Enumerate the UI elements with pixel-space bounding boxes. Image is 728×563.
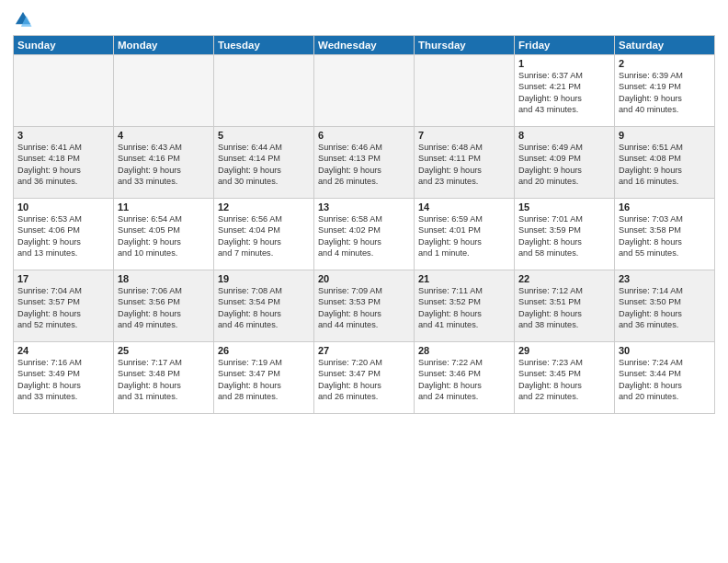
day-cell: [314, 55, 415, 127]
day-number: 15: [518, 201, 610, 213]
day-number: 29: [518, 345, 610, 356]
day-number: 28: [418, 345, 510, 356]
day-number: 17: [17, 273, 109, 284]
day-cell: 19Sunrise: 7:08 AMSunset: 3:54 PMDayligh…: [214, 270, 314, 342]
day-info: Sunrise: 7:16 AMSunset: 3:49 PMDaylight:…: [17, 357, 109, 403]
day-cell: 16Sunrise: 7:03 AMSunset: 3:58 PMDayligh…: [615, 199, 715, 270]
day-number: 16: [619, 201, 711, 213]
day-cell: 27Sunrise: 7:20 AMSunset: 3:47 PMDayligh…: [314, 342, 415, 414]
day-info: Sunrise: 7:20 AMSunset: 3:47 PMDaylight:…: [318, 357, 410, 403]
day-number: 23: [619, 273, 711, 284]
week-row-2: 3Sunrise: 6:41 AMSunset: 4:18 PMDaylight…: [14, 127, 715, 199]
day-info: Sunrise: 6:49 AMSunset: 4:09 PMDaylight:…: [518, 142, 610, 188]
day-info: Sunrise: 7:12 AMSunset: 3:51 PMDaylight:…: [518, 285, 610, 331]
day-cell: 10Sunrise: 6:53 AMSunset: 4:06 PMDayligh…: [14, 199, 114, 270]
day-cell: 15Sunrise: 7:01 AMSunset: 3:59 PMDayligh…: [515, 199, 615, 270]
day-cell: 23Sunrise: 7:14 AMSunset: 3:50 PMDayligh…: [615, 270, 715, 342]
day-number: 12: [218, 201, 310, 213]
day-info: Sunrise: 6:51 AMSunset: 4:08 PMDaylight:…: [619, 142, 711, 188]
day-number: 25: [118, 345, 210, 356]
header-row: SundayMondayTuesdayWednesdayThursdayFrid…: [14, 36, 715, 55]
day-cell: 1Sunrise: 6:37 AMSunset: 4:21 PMDaylight…: [515, 55, 615, 127]
day-number: 10: [17, 201, 109, 213]
day-number: 8: [518, 130, 610, 141]
day-info: Sunrise: 6:58 AMSunset: 4:02 PMDaylight:…: [318, 213, 410, 259]
day-number: 7: [418, 130, 510, 141]
day-info: Sunrise: 7:14 AMSunset: 3:50 PMDaylight:…: [619, 285, 711, 331]
day-number: 2: [619, 58, 711, 69]
column-header-saturday: Saturday: [615, 36, 715, 55]
day-info: Sunrise: 7:06 AMSunset: 3:56 PMDaylight:…: [118, 285, 210, 331]
day-info: Sunrise: 6:59 AMSunset: 4:01 PMDaylight:…: [418, 213, 510, 259]
calendar-table: SundayMondayTuesdayWednesdayThursdayFrid…: [13, 35, 715, 414]
day-info: Sunrise: 7:08 AMSunset: 3:54 PMDaylight:…: [218, 285, 310, 331]
day-number: 11: [118, 201, 210, 213]
day-number: 22: [518, 273, 610, 284]
day-number: 6: [318, 130, 410, 141]
day-cell: 13Sunrise: 6:58 AMSunset: 4:02 PMDayligh…: [314, 199, 415, 270]
day-number: 21: [418, 273, 510, 284]
logo: [13, 9, 37, 29]
day-info: Sunrise: 7:19 AMSunset: 3:47 PMDaylight:…: [218, 357, 310, 403]
day-cell: 14Sunrise: 6:59 AMSunset: 4:01 PMDayligh…: [415, 199, 515, 270]
day-cell: [214, 55, 314, 127]
day-info: Sunrise: 6:48 AMSunset: 4:11 PMDaylight:…: [418, 142, 510, 188]
day-number: 1: [518, 58, 610, 69]
day-cell: 11Sunrise: 6:54 AMSunset: 4:05 PMDayligh…: [114, 199, 214, 270]
column-header-sunday: Sunday: [14, 36, 114, 55]
page: SundayMondayTuesdayWednesdayThursdayFrid…: [0, 0, 728, 563]
day-info: Sunrise: 6:54 AMSunset: 4:05 PMDaylight:…: [118, 213, 210, 259]
day-number: 19: [218, 273, 310, 284]
day-cell: 30Sunrise: 7:24 AMSunset: 3:44 PMDayligh…: [615, 342, 715, 414]
day-number: 20: [318, 273, 410, 284]
day-cell: [114, 55, 214, 127]
day-cell: [415, 55, 515, 127]
day-cell: 29Sunrise: 7:23 AMSunset: 3:45 PMDayligh…: [515, 342, 615, 414]
day-info: Sunrise: 6:53 AMSunset: 4:06 PMDaylight:…: [17, 213, 109, 259]
day-info: Sunrise: 6:41 AMSunset: 4:18 PMDaylight:…: [17, 142, 109, 188]
week-row-1: 1Sunrise: 6:37 AMSunset: 4:21 PMDaylight…: [14, 55, 715, 127]
day-number: 13: [318, 201, 410, 213]
day-number: 18: [118, 273, 210, 284]
day-cell: 6Sunrise: 6:46 AMSunset: 4:13 PMDaylight…: [314, 127, 415, 199]
day-info: Sunrise: 6:44 AMSunset: 4:14 PMDaylight:…: [218, 142, 310, 188]
day-cell: 28Sunrise: 7:22 AMSunset: 3:46 PMDayligh…: [415, 342, 515, 414]
day-info: Sunrise: 7:22 AMSunset: 3:46 PMDaylight:…: [418, 357, 510, 403]
day-number: 14: [418, 201, 510, 213]
day-info: Sunrise: 6:39 AMSunset: 4:19 PMDaylight:…: [619, 70, 711, 116]
day-cell: 12Sunrise: 6:56 AMSunset: 4:04 PMDayligh…: [214, 199, 314, 270]
day-cell: 20Sunrise: 7:09 AMSunset: 3:53 PMDayligh…: [314, 270, 415, 342]
day-cell: 9Sunrise: 6:51 AMSunset: 4:08 PMDaylight…: [615, 127, 715, 199]
day-cell: 7Sunrise: 6:48 AMSunset: 4:11 PMDaylight…: [415, 127, 515, 199]
day-number: 26: [218, 345, 310, 356]
day-info: Sunrise: 7:11 AMSunset: 3:52 PMDaylight:…: [418, 285, 510, 331]
column-header-thursday: Thursday: [415, 36, 515, 55]
day-number: 30: [619, 345, 711, 356]
day-info: Sunrise: 6:43 AMSunset: 4:16 PMDaylight:…: [118, 142, 210, 188]
day-cell: 2Sunrise: 6:39 AMSunset: 4:19 PMDaylight…: [615, 55, 715, 127]
week-row-4: 17Sunrise: 7:04 AMSunset: 3:57 PMDayligh…: [14, 270, 715, 342]
logo-icon: [13, 9, 33, 29]
column-header-friday: Friday: [515, 36, 615, 55]
day-number: 27: [318, 345, 410, 356]
day-cell: 3Sunrise: 6:41 AMSunset: 4:18 PMDaylight…: [14, 127, 114, 199]
day-cell: 4Sunrise: 6:43 AMSunset: 4:16 PMDaylight…: [114, 127, 214, 199]
day-cell: 18Sunrise: 7:06 AMSunset: 3:56 PMDayligh…: [114, 270, 214, 342]
day-cell: 25Sunrise: 7:17 AMSunset: 3:48 PMDayligh…: [114, 342, 214, 414]
day-info: Sunrise: 7:04 AMSunset: 3:57 PMDaylight:…: [17, 285, 109, 331]
day-number: 5: [218, 130, 310, 141]
day-number: 9: [619, 130, 711, 141]
day-info: Sunrise: 7:24 AMSunset: 3:44 PMDaylight:…: [619, 357, 711, 403]
day-info: Sunrise: 7:01 AMSunset: 3:59 PMDaylight:…: [518, 213, 610, 259]
day-info: Sunrise: 6:46 AMSunset: 4:13 PMDaylight:…: [318, 142, 410, 188]
day-info: Sunrise: 6:56 AMSunset: 4:04 PMDaylight:…: [218, 213, 310, 259]
day-info: Sunrise: 7:03 AMSunset: 3:58 PMDaylight:…: [619, 213, 711, 259]
header: [13, 9, 715, 29]
day-cell: 5Sunrise: 6:44 AMSunset: 4:14 PMDaylight…: [214, 127, 314, 199]
day-info: Sunrise: 7:23 AMSunset: 3:45 PMDaylight:…: [518, 357, 610, 403]
day-cell: 17Sunrise: 7:04 AMSunset: 3:57 PMDayligh…: [14, 270, 114, 342]
day-cell: 8Sunrise: 6:49 AMSunset: 4:09 PMDaylight…: [515, 127, 615, 199]
week-row-5: 24Sunrise: 7:16 AMSunset: 3:49 PMDayligh…: [14, 342, 715, 414]
day-cell: 24Sunrise: 7:16 AMSunset: 3:49 PMDayligh…: [14, 342, 114, 414]
day-number: 3: [17, 130, 109, 141]
